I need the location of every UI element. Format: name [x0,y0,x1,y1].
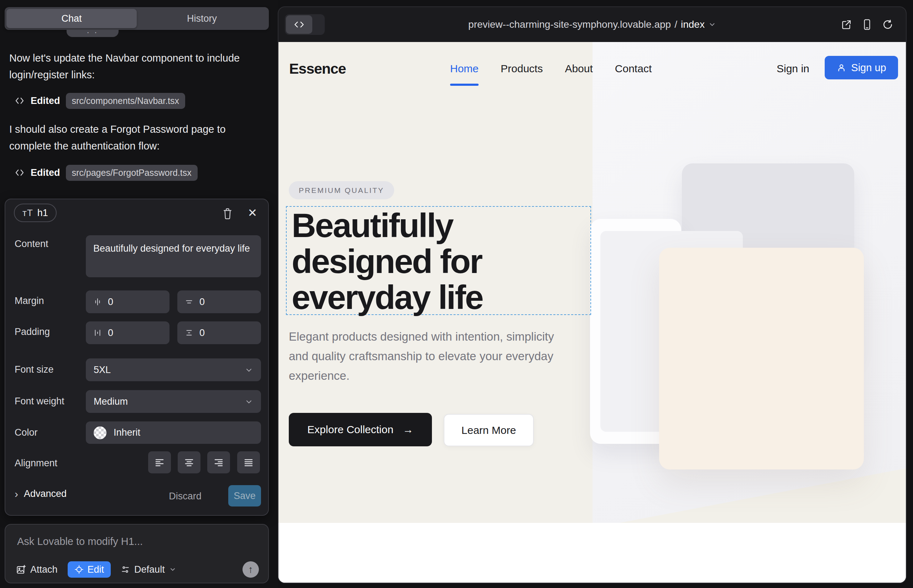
mobile-view-icon[interactable] [861,18,873,31]
discard-button[interactable]: Discard [162,488,208,504]
code-icon [14,167,25,178]
nav-link-about[interactable]: About [565,63,592,75]
color-label: Color [15,427,38,438]
learn-more-button[interactable]: Learn More [444,414,534,446]
advanced-label: Advanced [24,488,66,499]
text-element-icon: тT [23,207,33,218]
close-icon[interactable]: ✕ [244,205,260,221]
save-button[interactable]: Save [228,485,261,507]
font-size-value: 5XL [94,365,111,375]
edited-file-row: Edited src/components/Navbar.tsx [14,92,185,109]
edit-mode-button[interactable]: Edit [68,561,111,578]
explore-collection-label: Explore Collection [307,423,393,436]
decorative-card-cream [659,248,864,470]
padding-label: Padding [15,326,50,338]
chat-input[interactable] [17,533,252,549]
nav-link-home[interactable]: Home [450,63,479,75]
color-select[interactable]: Inherit [86,422,261,444]
tab-chat[interactable]: Chat [6,9,137,28]
chevron-down-icon [708,21,716,29]
assistant-message: Now let's update the Navbar component to… [9,50,270,83]
mode-select[interactable]: Default [121,564,176,575]
send-button[interactable]: ↑ [243,561,259,578]
edit-label: Edit [87,564,104,575]
sign-up-button[interactable]: Sign up [825,56,898,79]
align-left-button[interactable] [148,451,171,473]
chevron-down-icon [169,566,176,573]
refresh-icon[interactable] [882,18,894,31]
explore-collection-button[interactable]: Explore Collection → [289,413,432,446]
arrow-right-icon: → [403,423,413,436]
hero-heading-line: Beautifully [291,207,483,244]
browser-actions [840,7,894,42]
chat-input-container: Attach Edit Default ↑ [5,524,269,583]
attach-label: Attach [30,564,58,575]
edited-label: Edited [31,167,60,178]
attach-image-icon [16,564,26,575]
edited-label: Edited [31,95,60,107]
color-swatch [94,426,107,439]
padding-y-value: 0 [199,328,205,339]
margin-label: Margin [15,296,44,307]
hero-heading-line: designed for [291,244,483,279]
edited-file-row: Edited src/pages/ForgotPassword.tsx [14,165,197,181]
edited-file-chip[interactable]: src/pages/ForgotPassword.tsx [66,165,197,181]
chat-input-toolbar: Attach Edit Default ↑ [16,561,259,578]
margin-y-input[interactable]: 0 [177,291,261,313]
site-viewport: Essence Home Products About Contact Sign… [278,42,907,583]
margin-x-input[interactable]: 0 [86,291,170,313]
target-icon [74,565,84,574]
font-size-label: Font size [15,364,54,375]
site-navbar: Essence Home Products About Contact Sign… [278,42,907,95]
url-page: index [681,19,705,30]
hero-heading[interactable]: Beautifully designed for everyday life [291,207,483,315]
padding-x-icon [93,328,102,338]
site-logo[interactable]: Essence [289,42,346,95]
margin-y-icon [185,297,194,307]
delete-element-button[interactable] [220,206,235,221]
url-separator: / [674,19,677,30]
color-value: Inherit [113,427,140,438]
chat-panel: Chat History · · Now let's update the Na… [0,0,278,588]
sign-up-label: Sign up [851,62,886,74]
font-weight-value: Medium [94,396,128,407]
edited-file-chip[interactable]: src/components/Navbar.tsx [66,93,186,109]
margin-x-icon [93,297,102,307]
code-icon [14,95,25,106]
chevron-down-icon [244,365,253,374]
attach-button[interactable]: Attach [16,564,58,575]
open-external-icon[interactable] [840,18,853,31]
font-size-select[interactable]: 5XL [86,359,261,381]
padding-x-input[interactable]: 0 [86,321,170,344]
nav-link-products[interactable]: Products [501,63,543,75]
advanced-toggle[interactable]: › Advanced [15,488,66,499]
selected-element-pill: тT h1 [14,204,57,222]
padding-x-value: 0 [108,328,113,339]
align-center-button[interactable] [178,451,201,473]
padding-y-icon [185,328,194,338]
scrolled-chip-partial: · · [66,30,118,37]
url-bar[interactable]: preview--charming-site-symphony.lovable.… [278,7,906,42]
align-justify-button[interactable] [237,451,260,473]
sliders-icon [121,565,130,574]
content-input[interactable]: Beautifully designed for everyday life [86,235,261,277]
hero-heading-line: everyday life [291,279,483,315]
align-right-button[interactable] [207,451,230,473]
margin-x-value: 0 [108,297,113,307]
nav-link-contact[interactable]: Contact [615,63,652,75]
url-host: preview--charming-site-symphony.lovable.… [468,19,671,30]
hero-badge: PREMIUM QUALITY [289,181,394,199]
hero-description: Elegant products designed with intention… [289,327,574,386]
preview-browser-frame: preview--charming-site-symphony.lovable.… [278,6,907,583]
font-weight-select[interactable]: Medium [86,390,261,413]
section-below-hero [278,523,907,583]
padding-y-input[interactable]: 0 [177,321,261,344]
alignment-label: Alignment [15,458,57,469]
user-icon [837,63,847,73]
chevron-down-icon [244,397,253,406]
browser-topbar: preview--charming-site-symphony.lovable.… [278,7,906,42]
tab-history[interactable]: History [137,9,267,28]
content-label: Content [15,239,49,249]
sign-in-link[interactable]: Sign in [777,42,809,95]
chevron-right-icon: › [15,489,18,499]
